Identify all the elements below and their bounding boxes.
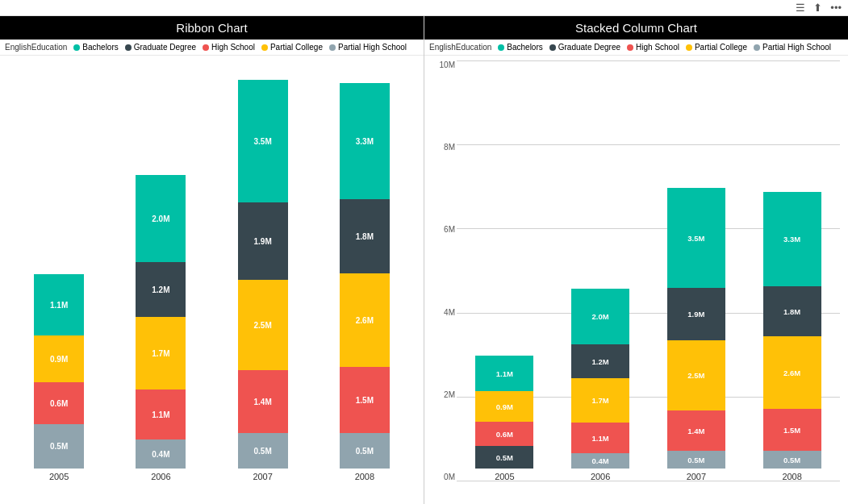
stacked-chart-panel: Stacked Column Chart EnglishEducation Ba… xyxy=(424,16,848,504)
ribbon-chart-panel: Ribbon Chart EnglishEducation Bachelors … xyxy=(0,16,424,504)
stacked-dot-bachelors xyxy=(498,44,504,51)
stacked-dot-graduate xyxy=(549,44,556,51)
legend-dot-partialcollege xyxy=(261,44,268,51)
stacked-dot-highschool xyxy=(627,44,633,51)
ribbon-column-wrapper-2006: 0.4M 1.1M 1.7M 1.2M 2.0M 2006 xyxy=(136,175,186,481)
legend-item-bachelors: Bachelors xyxy=(73,43,118,52)
segment-2006-grad: 1.2M xyxy=(136,262,186,317)
export-icon[interactable]: ⬆ xyxy=(813,2,822,14)
segment-2005-hs: 0.6M xyxy=(34,382,84,424)
y-axis-area: 0M 2M 4M 6M 8M 10M xyxy=(424,60,457,481)
stacked-column-wrapper-2007: 0.5M 1.4M 2.5M 1.9M 3.5M 2007 xyxy=(667,188,725,481)
legend-dot-bachelors xyxy=(73,44,80,51)
grid-line-8 xyxy=(457,144,840,145)
stacked-column-wrapper-2005: 0.5M 0.6M 0.9M 1.1M 2005 xyxy=(475,356,533,481)
ribbon-chart-body: 0.5M 0.6M 0.9M 1.1M 2005 0.4M 1.1M 1.7M … xyxy=(0,56,424,504)
y-tick-10: 10M xyxy=(426,60,455,69)
segment-2006-phs: 0.4M xyxy=(136,439,186,469)
segment-2008-grad: 1.8M xyxy=(340,199,390,273)
stacked-legend-highschool: High School xyxy=(627,43,679,52)
stacked-chart-body: 0M 2M 4M 6M 8M 10M xyxy=(424,56,848,504)
stacked-seg-2005-hs: 0.6M xyxy=(475,422,533,446)
stacked-col-label-2008: 2008 xyxy=(782,472,801,481)
stacked-seg-2006-phs: 0.4M xyxy=(571,453,629,469)
ribbon-chart-title: Ribbon Chart xyxy=(0,16,424,40)
stacked-seg-2008-grad: 1.8M xyxy=(763,286,821,336)
more-icon[interactable]: ••• xyxy=(830,2,842,14)
stacked-seg-2007-hs: 1.4M xyxy=(667,410,725,451)
ribbon-col-label-2006: 2006 xyxy=(151,472,170,481)
segment-2006-hs: 1.1M xyxy=(136,389,186,439)
stacked-column-2006: 0.4M 1.1M 1.7M 1.2M 2.0M xyxy=(571,289,629,469)
ribbon-column-2006: 0.4M 1.1M 1.7M 1.2M 2.0M xyxy=(136,175,186,469)
stacked-legend-partialhighschool: Partial High School xyxy=(754,43,831,52)
y-tick-2: 2M xyxy=(426,390,455,399)
grid-line-10 xyxy=(457,60,840,61)
stacked-seg-2007-pc: 2.5M xyxy=(667,340,725,410)
segment-2008-bach: 3.3M xyxy=(340,83,390,199)
legend-item-highschool: High School xyxy=(203,43,255,52)
stacked-seg-2006-bach: 2.0M xyxy=(571,289,629,344)
segment-2006-pc: 1.7M xyxy=(136,317,186,389)
ribbon-col-label-2005: 2005 xyxy=(49,472,69,481)
stacked-cols-area: 0.5M 0.6M 0.9M 1.1M 2005 0.4M 1.1M 1.7M … xyxy=(457,60,840,481)
segment-2008-pc: 2.6M xyxy=(340,273,390,367)
y-tick-0: 0M xyxy=(426,473,455,481)
menu-icon[interactable]: ☰ xyxy=(796,2,805,14)
stacked-seg-2006-grad: 1.2M xyxy=(571,344,629,378)
legend-dot-graduate xyxy=(125,44,132,51)
stacked-seg-2007-bach: 3.5M xyxy=(667,188,725,288)
stacked-column-2008: 0.5M 1.5M 2.6M 1.8M 3.3M xyxy=(763,192,821,469)
y-tick-8: 8M xyxy=(426,143,455,152)
stacked-seg-2005-bach: 1.1M xyxy=(475,356,533,391)
ribbon-column-2007: 0.5M 1.4M 2.5M 1.9M 3.5M xyxy=(238,80,288,469)
stacked-seg-2006-hs: 1.1M xyxy=(571,423,629,453)
stacked-column-2005: 0.5M 0.6M 0.9M 1.1M xyxy=(475,356,533,469)
stacked-seg-2008-hs: 1.5M xyxy=(763,409,821,451)
stacked-seg-2008-bach: 3.3M xyxy=(763,192,821,286)
top-bar: ☰ ⬆ ••• xyxy=(0,0,848,16)
segment-2008-hs: 1.5M xyxy=(340,367,390,433)
segment-2007-grad: 1.9M xyxy=(238,202,288,280)
stacked-seg-2005-pc: 0.9M xyxy=(475,391,533,422)
segment-2006-bach: 2.0M xyxy=(136,175,186,262)
stacked-legend-label: EnglishEducation xyxy=(429,43,491,52)
stacked-col-label-2007: 2007 xyxy=(687,472,706,481)
legend-item-graduate: Graduate Degree xyxy=(125,43,196,52)
segment-2007-phs: 0.5M xyxy=(238,433,288,469)
stacked-legend-graduate: Graduate Degree xyxy=(549,43,620,52)
segment-2007-hs: 1.4M xyxy=(238,370,288,433)
segment-2005-bach: 1.1M xyxy=(34,274,84,335)
stacked-column-wrapper-2008: 0.5M 1.5M 2.6M 1.8M 3.3M 2008 xyxy=(763,192,821,481)
stacked-legend-bachelors: Bachelors xyxy=(498,43,542,52)
charts-container: Ribbon Chart EnglishEducation Bachelors … xyxy=(0,16,848,504)
stacked-seg-2007-phs: 0.5M xyxy=(667,451,725,469)
legend-dot-highschool xyxy=(203,44,209,51)
y-tick-4: 4M xyxy=(426,308,455,317)
ribbon-column-2005: 0.5M 0.6M 0.9M 1.1M xyxy=(34,274,84,469)
top-bar-icons[interactable]: ☰ ⬆ ••• xyxy=(796,2,842,14)
stacked-legend: EnglishEducation Bachelors Graduate Degr… xyxy=(424,40,848,56)
ribbon-column-wrapper-2008: 0.5M 1.5M 2.6M 1.8M 3.3M 2008 xyxy=(340,83,390,481)
y-tick-6: 6M xyxy=(426,225,455,234)
ribbon-column-2008: 0.5M 1.5M 2.6M 1.8M 3.3M xyxy=(340,83,390,469)
stacked-dot-partialhighschool xyxy=(754,44,760,51)
stacked-seg-2005-grad: 0.5M xyxy=(475,446,533,469)
stacked-col-label-2005: 2005 xyxy=(495,472,514,481)
ribbon-col-label-2008: 2008 xyxy=(355,472,374,481)
segment-2007-bach: 3.5M xyxy=(238,80,288,202)
stacked-seg-2008-phs: 0.5M xyxy=(763,451,821,469)
legend-dot-partialhighschool xyxy=(329,44,336,51)
segment-2005-phs: 0.5M xyxy=(34,424,84,469)
stacked-seg-2006-pc: 1.7M xyxy=(571,378,629,423)
legend-label-englisheducation: EnglishEducation xyxy=(5,43,67,52)
segment-2005-pc: 0.9M xyxy=(34,335,84,382)
ribbon-column-wrapper-2005: 0.5M 0.6M 0.9M 1.1M 2005 xyxy=(34,274,84,481)
stacked-dot-partialcollege xyxy=(686,44,692,51)
ribbon-legend: EnglishEducation Bachelors Graduate Degr… xyxy=(0,40,424,56)
ribbon-column-wrapper-2007: 0.5M 1.4M 2.5M 1.9M 3.5M 2007 xyxy=(238,80,288,481)
stacked-legend-partialcollege: Partial College xyxy=(686,43,747,52)
stacked-column-wrapper-2006: 0.4M 1.1M 1.7M 1.2M 2.0M 2006 xyxy=(571,289,629,481)
stacked-seg-2007-grad: 1.9M xyxy=(667,288,725,340)
segment-2008-phs: 0.5M xyxy=(340,433,390,469)
